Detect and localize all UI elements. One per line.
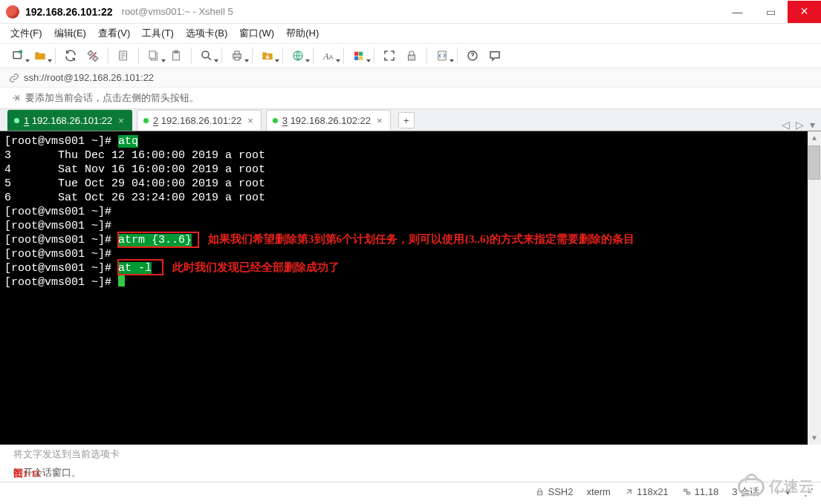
reconnect-button[interactable] [60,46,81,65]
svg-rect-21 [684,489,687,491]
svg-rect-8 [235,51,239,54]
print-button[interactable] [227,46,247,65]
title-host: 192.168.26.101:22 [25,6,113,18]
svg-rect-16 [359,56,363,60]
svg-rect-9 [235,57,239,60]
svg-rect-13 [354,52,358,56]
add-tab-button[interactable]: + [398,112,415,128]
maximize-button[interactable]: ▭ [754,1,788,23]
annotation-box [117,259,163,275]
tab-bar: 1 192.168.26.101:22 × 2 192.168.26.101:2… [0,108,821,131]
xftp-button[interactable] [257,46,278,65]
annotation-box [117,232,199,248]
paste-button[interactable] [166,46,186,65]
link-icon [9,73,19,83]
svg-text:A: A [329,54,334,61]
tab-menu-icon[interactable]: ▾ [810,119,815,131]
input-send-placeholder: 将文字发送到当前选项卡 [13,448,120,461]
svg-rect-3 [149,51,155,59]
cmd-atq: atq [118,135,138,148]
size-icon [624,487,634,497]
open-button[interactable] [30,46,51,65]
status-size: 118x21 [624,486,669,497]
svg-rect-5 [175,50,178,53]
lock-icon [535,487,545,497]
title-bar: 192.168.26.101:22 root@vms001:~ - Xshell… [0,0,821,24]
tab-session-2[interactable]: 2 192.168.26.101:22 × [137,110,262,131]
watermark: 亿速云 [738,477,814,497]
scrollbar[interactable]: ▲ ▼ [808,131,821,445]
menu-window[interactable]: 窗口(W) [239,27,274,40]
comment-button[interactable] [484,46,505,65]
new-session-button[interactable] [7,46,28,65]
status-term: xterm [586,486,611,497]
copy-button[interactable] [143,46,164,65]
pos-icon [682,487,692,497]
tab-close-icon[interactable]: × [377,115,383,126]
script-button[interactable] [432,46,452,65]
menu-file[interactable]: 文件(F) [10,27,42,40]
tab-next-icon[interactable]: ▷ [796,119,804,131]
close-button[interactable]: × [788,1,821,23]
menu-bar: 文件(F) 编辑(E) 查看(V) 工具(T) 选项卡(B) 窗口(W) 帮助(… [0,24,821,43]
annotation-text: 此时我们发现已经全部删除成功了 [172,261,340,275]
at-job-row: 3 Thu Dec 12 16:00:00 2019 a root [4,148,817,163]
svg-text:A: A [322,51,329,62]
address-bar[interactable]: ssh://root@192.168.26.101:22 [0,68,821,88]
svg-rect-14 [359,52,363,56]
scroll-down-icon[interactable]: ▼ [808,431,821,445]
terminal[interactable]: [root@vms001 ~]# atq 3 Thu Dec 12 16:00:… [0,131,821,445]
menu-help[interactable]: 帮助(H) [286,27,319,40]
arrow-icon [10,93,21,103]
web-button[interactable] [288,46,308,65]
status-protocol: SSH2 [535,486,573,497]
menu-view[interactable]: 查看(V) [98,27,130,40]
svg-rect-17 [409,55,415,60]
footer-note: 打开会话窗口。 [0,464,821,482]
menu-tools[interactable]: 工具(T) [142,27,174,40]
status-dot-icon [14,118,19,123]
color-button[interactable] [348,46,369,65]
menu-edit[interactable]: 编辑(E) [54,27,86,40]
cloud-icon [738,478,765,496]
font-button[interactable]: AA [318,46,339,65]
tab-close-icon[interactable]: × [118,115,124,126]
find-button[interactable] [196,46,217,65]
tab-nav: ◁ ▷ ▾ [782,119,821,131]
app-logo-icon [6,5,19,19]
lock-button[interactable] [401,46,422,65]
svg-rect-20 [538,491,543,495]
tab-session-1[interactable]: 1 192.168.26.101:22 × [7,110,132,131]
hint-text: 要添加当前会话，点击左侧的箭头按钮。 [25,91,199,105]
tab-close-icon[interactable]: × [247,115,253,126]
svg-rect-22 [687,492,689,494]
hint-bar: 要添加当前会话，点击左侧的箭头按钮。 [0,88,821,108]
figure-label: 图1-11 [13,467,40,480]
properties-button[interactable] [113,46,134,65]
annotation-text: 如果我们希望删除第3到第6个计划任务，则可以使用{3..6}的方式来指定需要删除… [208,232,635,246]
scroll-thumb[interactable] [808,145,820,180]
status-bar: SSH2 xterm 118x21 11,18 3 会话 ▾ ⋰ [0,482,821,501]
svg-point-6 [202,51,209,58]
title-subtitle: root@vms001:~ - Xshell 5 [122,6,233,17]
at-job-row: 6 Sat Oct 26 23:24:00 2019 a root [4,191,817,205]
address-text: ssh://root@192.168.26.101:22 [24,72,154,83]
tab-prev-icon[interactable]: ◁ [782,119,790,131]
status-dot-icon [273,118,278,123]
cursor-icon [118,275,125,287]
disconnect-button[interactable] [82,46,103,65]
help-button[interactable] [462,46,483,65]
svg-rect-15 [354,56,358,60]
status-dot-icon [143,118,149,123]
at-job-row: 4 Sat Nov 16 16:00:00 2019 a root [4,163,817,177]
minimize-button[interactable]: — [721,1,754,23]
input-send-bar[interactable]: 将文字发送到当前选项卡 [0,445,821,464]
fullscreen-button[interactable] [379,46,400,65]
status-pos: 11,18 [682,486,719,497]
toolbar: AA [0,43,821,68]
scroll-up-icon[interactable]: ▲ [808,131,821,145]
tab-session-3[interactable]: 3 192.168.26.102:22 × [266,110,391,131]
menu-tab[interactable]: 选项卡(B) [186,27,227,40]
at-job-row: 5 Tue Oct 29 04:00:00 2019 a root [4,177,817,191]
